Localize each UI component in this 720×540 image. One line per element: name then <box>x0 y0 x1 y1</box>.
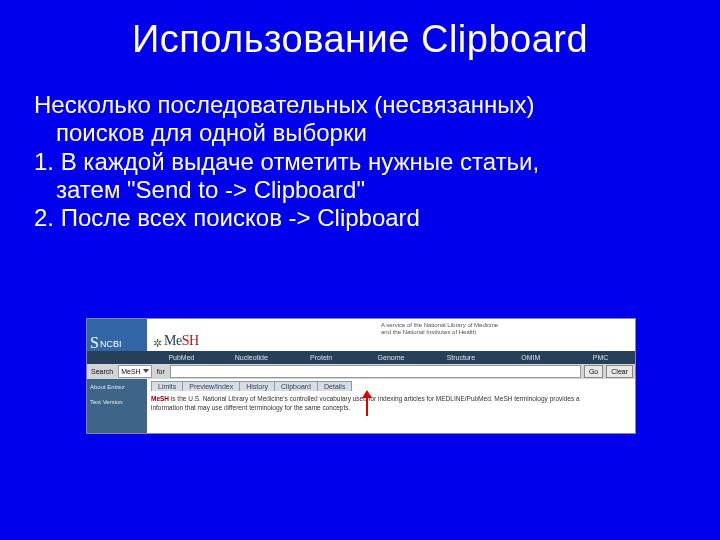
step-1-line-1: 1. В каждой выдаче отметить нужные стать… <box>34 148 539 175</box>
nav-nucleotide[interactable]: Nucleotide <box>217 354 287 361</box>
nav-omim[interactable]: OMIM <box>496 354 566 361</box>
step-1-line-2: затем "Send to -> Clipboard" <box>34 176 686 204</box>
ncbi-logo-icon: S <box>90 337 99 349</box>
tagline-line-1: A service of the National Library of Med… <box>381 322 631 329</box>
slide: Использование Clipboard Несколько послед… <box>0 0 720 540</box>
sidebar: About Entrez Text Version <box>87 379 147 433</box>
nav-row: PubMed Nucleotide Protein Genome Structu… <box>87 351 635 364</box>
mesh-logo-suffix: SH <box>182 333 199 349</box>
search-label: Search <box>89 368 115 375</box>
mesh-logo-prefix: Me <box>164 333 182 349</box>
search-db-select[interactable]: MeSH <box>118 365 151 378</box>
ncbi-logo[interactable]: S NCBI <box>87 319 147 351</box>
search-row: Search MeSH for Go Clear <box>87 364 635 379</box>
desc-term: MeSH <box>151 395 169 402</box>
mesh-logo: ✲ MeSH <box>147 319 377 351</box>
nav-structure[interactable]: Structure <box>426 354 496 361</box>
ncbi-window: S NCBI ✲ MeSH A service of the National … <box>86 318 636 434</box>
search-db-value: MeSH <box>121 368 140 375</box>
nav-pubmed[interactable]: PubMed <box>147 354 217 361</box>
banner-row: S NCBI ✲ MeSH A service of the National … <box>87 319 635 351</box>
ncbi-logo-text: NCBI <box>100 339 122 349</box>
main-area: Limits Preview/Index History Clipboard D… <box>147 379 635 433</box>
tab-limits[interactable]: Limits <box>151 381 183 391</box>
step-2: 2. После всех поисков -> Clipboard <box>34 204 420 231</box>
go-button[interactable]: Go <box>584 365 603 378</box>
tagline-line-2: and the National Institutes of Health <box>381 329 631 336</box>
tab-history[interactable]: History <box>239 381 275 391</box>
sidebar-textversion[interactable]: Text Version <box>90 397 144 408</box>
sidebar-about[interactable]: About Entrez <box>90 382 144 393</box>
description-text: MeSH is the U.S. National Library of Med… <box>151 394 631 412</box>
search-for-label: for <box>155 368 167 375</box>
mesh-tree-icon: ✲ <box>153 338 162 349</box>
embedded-screenshot: S NCBI ✲ MeSH A service of the National … <box>86 318 634 434</box>
content-row: About Entrez Text Version Limits Preview… <box>87 379 635 433</box>
tab-details[interactable]: Details <box>317 381 352 391</box>
tab-preview-index[interactable]: Preview/Index <box>182 381 240 391</box>
tab-clipboard[interactable]: Clipboard <box>274 381 318 391</box>
search-input[interactable] <box>170 365 581 378</box>
clear-button[interactable]: Clear <box>606 365 633 378</box>
banner-tagline: A service of the National Library of Med… <box>377 319 635 351</box>
intro-line-2: поисков для одной выборки <box>34 119 686 147</box>
nav-genome[interactable]: Genome <box>357 354 427 361</box>
nav-protein[interactable]: Protein <box>287 354 357 361</box>
desc-line-2: information that may use different termi… <box>151 404 350 411</box>
slide-title: Использование Clipboard <box>0 0 720 91</box>
slide-body: Несколько последовательных (несвязанных)… <box>0 91 720 233</box>
desc-line-1: is the U.S. National Library of Medicine… <box>169 395 580 402</box>
intro-line-1: Несколько последовательных (несвязанных) <box>34 91 535 118</box>
tab-row: Limits Preview/Index History Clipboard D… <box>151 381 631 391</box>
nav-pmc[interactable]: PMC <box>566 354 635 361</box>
